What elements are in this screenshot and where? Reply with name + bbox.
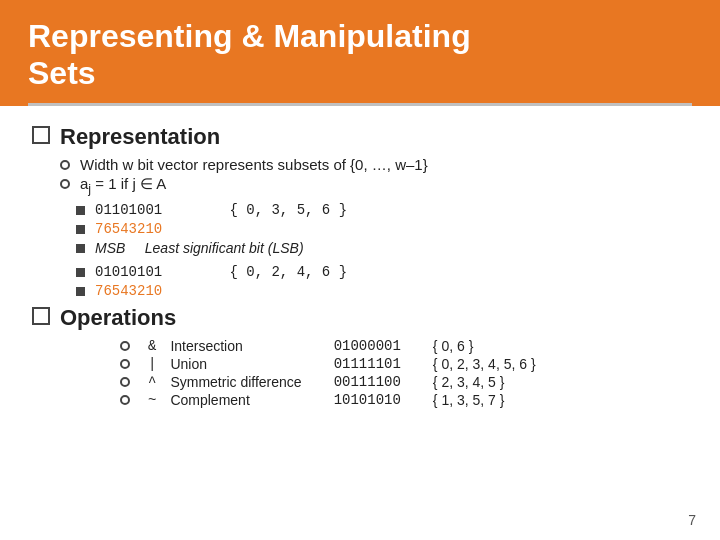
- subitem-aj-text: aj = 1 if j ∈ A: [80, 175, 166, 196]
- circle-bullet-1: [60, 160, 70, 170]
- op-circle-1: [120, 337, 148, 355]
- page-title: Representing & Manipulating Sets: [28, 18, 692, 92]
- op-circle-4: [120, 391, 148, 409]
- op-set-intersection: { 0, 6 }: [409, 337, 544, 355]
- op-name-intersection: Intersection: [164, 337, 309, 355]
- section-bullet-operations: [32, 307, 50, 325]
- example-row-5: 76543210: [76, 283, 688, 299]
- example-code-4: 01010101 { 0, 2, 4, 6 }: [95, 264, 347, 280]
- square-bullet-3: [76, 244, 85, 253]
- representation-subitems: Width w bit vector represents subsets of…: [60, 156, 688, 196]
- op-code-intersection: 01000001: [310, 337, 409, 355]
- op-symbol-xor: ^: [148, 373, 164, 391]
- op-row-intersection: & Intersection 01000001 { 0, 6 }: [120, 337, 544, 355]
- example-row-3: MSB Least significant bit (LSB): [76, 240, 688, 256]
- example-code-2: 76543210: [95, 221, 162, 237]
- op-set-union: { 0, 2, 3, 4, 5, 6 }: [409, 355, 544, 373]
- example-group-2: 01010101 { 0, 2, 4, 6 } 76543210: [76, 264, 688, 299]
- op-name-xor: Symmetric difference: [164, 373, 309, 391]
- square-bullet-2: [76, 225, 85, 234]
- op-code-union: 01111101: [310, 355, 409, 373]
- square-bullet-4: [76, 268, 85, 277]
- square-bullet-1: [76, 206, 85, 215]
- example-row-2: 76543210: [76, 221, 688, 237]
- square-bullet-5: [76, 287, 85, 296]
- header-bar: Representing & Manipulating Sets: [0, 0, 720, 106]
- representation-title: Representation: [60, 124, 220, 150]
- op-symbol-or: |: [148, 355, 164, 373]
- representation-section: Representation: [32, 124, 688, 150]
- op-symbol-not: ~: [148, 391, 164, 409]
- op-row-xor: ^ Symmetric difference 00111100 { 2, 3, …: [120, 373, 544, 391]
- op-set-xor: { 2, 3, 4, 5 }: [409, 373, 544, 391]
- example-code-5: 76543210: [95, 283, 162, 299]
- op-code-xor: 00111100: [310, 373, 409, 391]
- subitem-aj: aj = 1 if j ∈ A: [60, 175, 688, 196]
- op-set-not: { 1, 3, 5, 7 }: [409, 391, 544, 409]
- op-circle-2: [120, 355, 148, 373]
- example-msb: MSB Least significant bit (LSB): [95, 240, 304, 256]
- subitem-width: Width w bit vector represents subsets of…: [60, 156, 688, 173]
- example-group-1: 01101001 { 0, 3, 5, 6 } 76543210 MSB Lea…: [76, 202, 688, 256]
- circle-bullet-2: [60, 179, 70, 189]
- example-row-4: 01010101 { 0, 2, 4, 6 }: [76, 264, 688, 280]
- ops-table: & Intersection 01000001 { 0, 6 } | Union…: [120, 337, 544, 409]
- op-row-not: ~ Complement 10101010 { 1, 3, 5, 7 }: [120, 391, 544, 409]
- subitem-width-text: Width w bit vector represents subsets of…: [80, 156, 428, 173]
- op-name-not: Complement: [164, 391, 309, 409]
- page-number: 7: [688, 512, 696, 528]
- operations-title: Operations: [60, 305, 176, 331]
- operations-list: & Intersection 01000001 { 0, 6 } | Union…: [76, 337, 688, 409]
- example-code-1: 01101001 { 0, 3, 5, 6 }: [95, 202, 347, 218]
- op-circle-3: [120, 373, 148, 391]
- op-code-not: 10101010: [310, 391, 409, 409]
- example-row-1: 01101001 { 0, 3, 5, 6 }: [76, 202, 688, 218]
- operations-section: Operations: [32, 305, 688, 331]
- subscript-j: j: [88, 182, 91, 196]
- op-name-union: Union: [164, 355, 309, 373]
- section-bullet-representation: [32, 126, 50, 144]
- main-content: Representation Width w bit vector repres…: [0, 106, 720, 419]
- op-symbol-and: &: [148, 337, 164, 355]
- op-row-union: | Union 01111101 { 0, 2, 3, 4, 5, 6 }: [120, 355, 544, 373]
